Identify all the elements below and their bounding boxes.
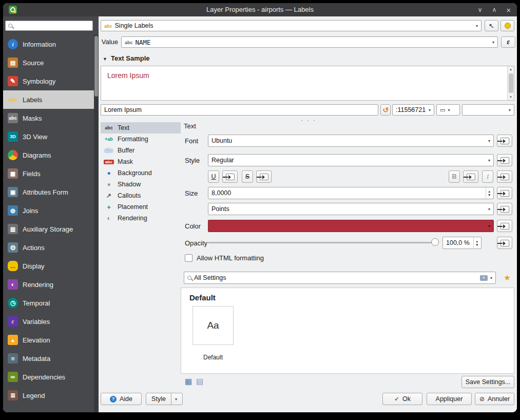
sidebar-item-diagrams[interactable]: Diagrams: [3, 146, 94, 164]
size-spinbox[interactable]: 8,0000: [208, 187, 494, 199]
bold-override-button[interactable]: [463, 170, 478, 183]
icon-view-button[interactable]: [184, 377, 193, 386]
map-scale-picker-button[interactable]: [436, 104, 460, 116]
save-settings-button[interactable]: Save Settings...: [461, 376, 514, 388]
sidebar-item-auxiliary-storage[interactable]: Auxiliary Storage: [3, 220, 94, 238]
units-override-button[interactable]: [497, 203, 512, 215]
help-button[interactable]: Aide: [101, 393, 142, 405]
sidebar-item-display[interactable]: Display: [3, 257, 94, 275]
diagrams-icon: [8, 150, 18, 160]
tab-buffer[interactable]: Buffer: [101, 145, 181, 156]
style-card-default[interactable]: Aa: [192, 306, 234, 345]
sample-scale-combo[interactable]: :11556721: [392, 104, 434, 116]
cancel-button[interactable]: Annuler: [475, 393, 514, 405]
style-manager-button[interactable]: [502, 273, 512, 283]
preview-background-select[interactable]: [462, 104, 514, 116]
style-menu-dropdown[interactable]: [171, 393, 177, 405]
opacity-slider-handle[interactable]: [431, 238, 439, 246]
text-sample-preview: Lorem Ipsum: [101, 66, 514, 101]
display-icon: [8, 261, 18, 271]
style-override-button[interactable]: [497, 154, 512, 166]
sidebar-item-masks[interactable]: Masks: [3, 109, 94, 127]
sidebar-scrollbar[interactable]: [94, 35, 99, 412]
opacity-override-button[interactable]: [497, 237, 512, 249]
sidebar-item-rendering[interactable]: Rendering: [3, 275, 94, 294]
color-override-button[interactable]: [497, 220, 512, 232]
window-shade-icon[interactable]: [478, 6, 483, 13]
sidebar-item-temporal[interactable]: Temporal: [3, 294, 94, 312]
size-units-select[interactable]: Points: [208, 203, 494, 215]
tab-callouts[interactable]: Callouts: [101, 190, 181, 201]
sidebar-item-attributes-form[interactable]: Attributes Form: [3, 183, 94, 201]
tab-text[interactable]: Text: [101, 122, 181, 133]
italic-button[interactable]: I: [482, 170, 493, 183]
labeling-rules-button[interactable]: [485, 20, 498, 31]
expression-builder-button[interactable]: [501, 36, 515, 48]
sidebar-item-fields[interactable]: Fields: [3, 164, 94, 183]
list-view-button[interactable]: [195, 377, 204, 386]
tab-shadow[interactable]: Shadow: [101, 179, 181, 190]
settings-search-box[interactable]: All Settings: [184, 272, 496, 284]
sidebar-search-input[interactable]: [15, 22, 90, 29]
sidebar-item-dependencies[interactable]: Dependencies: [3, 368, 94, 386]
italic-override-button[interactable]: [497, 170, 512, 183]
sidebar-item-actions[interactable]: Actions: [3, 238, 94, 257]
text-sample-header[interactable]: Text Sample: [103, 53, 150, 63]
auto-placement-icon: [505, 23, 511, 29]
value-field-select[interactable]: NAME: [121, 36, 498, 48]
chevron-down-icon: [429, 108, 431, 112]
opacity-slider[interactable]: [208, 237, 439, 249]
tab-background[interactable]: Background: [101, 167, 181, 179]
splitter-handle[interactable]: [301, 115, 316, 124]
bold-button[interactable]: B: [449, 170, 460, 183]
sidebar-item-labels[interactable]: Labels: [3, 90, 94, 109]
window-close-icon[interactable]: [506, 6, 511, 14]
chevron-down-icon[interactable]: [490, 276, 492, 280]
strikethrough-override-button[interactable]: [256, 170, 272, 183]
tab-formatting[interactable]: Formatting: [101, 133, 181, 145]
underline-override-button[interactable]: [222, 170, 238, 183]
sidebar-item-3d-view[interactable]: 3D View: [3, 127, 94, 146]
ok-button[interactable]: Ok: [382, 393, 422, 405]
sidebar-item-variables[interactable]: Variables: [3, 312, 94, 331]
opacity-slider-track[interactable]: [208, 242, 439, 243]
apply-button[interactable]: Appliquer: [427, 393, 472, 405]
tab-placement[interactable]: Placement: [101, 201, 181, 213]
sidebar-item-joins[interactable]: Joins: [3, 201, 94, 220]
spin-arrows-icon[interactable]: [486, 187, 490, 199]
scroll-down-icon[interactable]: [509, 94, 512, 100]
opacity-spinbox[interactable]: 100,0 %: [442, 237, 482, 249]
expression-epsilon-icon: [507, 38, 510, 46]
color-button[interactable]: [208, 220, 494, 232]
underline-button[interactable]: U: [208, 170, 219, 183]
font-style-select[interactable]: Regular: [208, 154, 494, 166]
chevron-down-icon[interactable]: [488, 224, 490, 228]
size-override-button[interactable]: [497, 187, 512, 199]
font-override-button[interactable]: [497, 135, 512, 147]
scroll-up-icon[interactable]: [509, 66, 512, 72]
sidebar-item-legend[interactable]: Legend: [3, 386, 94, 405]
automated-placement-settings-button[interactable]: [500, 20, 514, 31]
sample-text-input[interactable]: [101, 104, 378, 116]
preview-scrollbar-thumb[interactable]: [509, 73, 513, 93]
tab-rendering[interactable]: Rendering: [101, 213, 181, 224]
style-menu-button[interactable]: Style: [146, 393, 183, 405]
sidebar-item-metadata[interactable]: Metadata: [3, 349, 94, 368]
allow-html-checkbox[interactable]: [185, 254, 192, 262]
sidebar-scrollbar-thumb[interactable]: [94, 36, 98, 97]
sidebar-item-symbology[interactable]: Symbology: [3, 72, 94, 90]
sidebar-item-information[interactable]: Information: [3, 35, 94, 53]
sidebar-item-source[interactable]: Source: [3, 53, 94, 72]
tab-mask[interactable]: Mask: [101, 156, 181, 167]
sidebar-search-box[interactable]: [5, 21, 93, 31]
window-maximize-icon[interactable]: [492, 6, 496, 13]
strikethrough-button[interactable]: S: [242, 170, 253, 183]
clear-search-icon[interactable]: [480, 275, 488, 281]
preview-scrollbar[interactable]: [507, 66, 514, 100]
reset-sample-button[interactable]: [380, 104, 391, 116]
style-card-preview: Aa: [207, 320, 219, 331]
label-type-select[interactable]: Single Labels: [101, 20, 482, 31]
font-select[interactable]: Ubuntu: [208, 135, 494, 147]
sidebar-item-elevation[interactable]: Elevation: [3, 331, 94, 349]
spin-arrows-icon[interactable]: [473, 237, 478, 249]
